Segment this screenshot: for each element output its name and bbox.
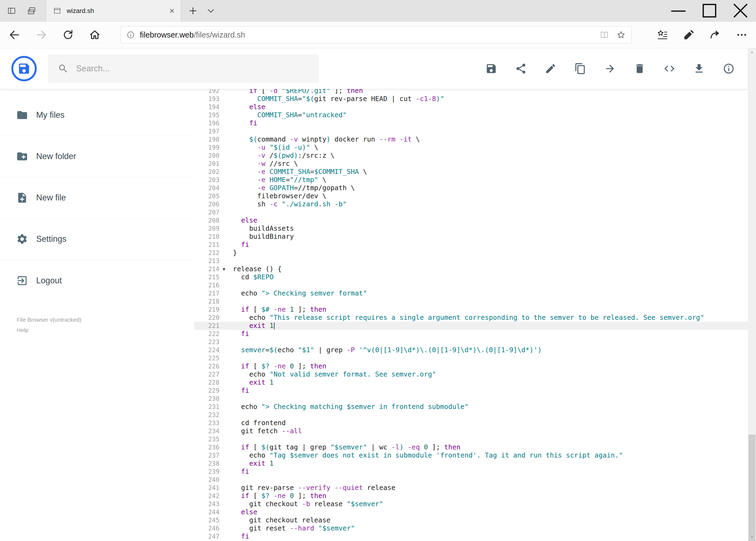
line-number[interactable]: 196	[194, 119, 219, 127]
info-button[interactable]	[723, 63, 735, 75]
forward-button[interactable]	[35, 29, 47, 41]
code-text[interactable]: else	[233, 216, 748, 225]
code-text[interactable]: if [ $? -ne 0 ]; then	[233, 492, 748, 500]
line-number[interactable]: 244	[194, 508, 219, 516]
code-line-238[interactable]: 238 exit 1	[194, 459, 748, 467]
line-number[interactable]: 230	[194, 395, 219, 403]
code-text[interactable]: -e GOPATH=//tmp/gopath \	[233, 184, 748, 192]
code-text[interactable]	[233, 281, 748, 289]
line-number[interactable]: 229	[194, 386, 219, 395]
code-line-202[interactable]: 202 -e COMMIT_SHA=$COMMIT_SHA \	[194, 168, 748, 176]
code-line-206[interactable]: 206 sh -c "./wizard.sh -b"	[194, 200, 748, 208]
hub-favorites-icon[interactable]	[656, 29, 668, 41]
code-text[interactable]: else	[233, 103, 748, 111]
code-text[interactable]: git checkout release	[233, 516, 748, 524]
line-number[interactable]: 227	[194, 370, 219, 378]
line-number[interactable]: 234	[194, 427, 219, 435]
code-text[interactable]: $(command -v winpty) docker run --rm -it…	[233, 135, 748, 144]
reading-view-icon[interactable]	[600, 30, 609, 40]
favorite-star-icon[interactable]	[616, 30, 626, 40]
code-text[interactable]	[233, 127, 748, 135]
code-line-197[interactable]: 197	[194, 127, 748, 135]
code-line-216[interactable]: 216	[194, 281, 748, 289]
code-line-233[interactable]: 233 cd frontend	[194, 419, 748, 427]
more-options-icon[interactable]	[736, 29, 748, 41]
code-text[interactable]: echo "> Checking semver format"	[233, 289, 748, 297]
code-line-215[interactable]: 215 cd $REPO	[194, 273, 748, 281]
code-line-200[interactable]: 200 -v /$(pwd):/src:z \	[194, 152, 748, 160]
line-number[interactable]: 198	[194, 135, 219, 144]
code-text[interactable]: exit 1	[233, 378, 748, 386]
code-text[interactable]: if [ -d "$REPO/.git" ]; then	[233, 89, 748, 95]
line-number[interactable]: 216	[194, 281, 219, 289]
sidebar-item-settings[interactable]: Settings	[0, 219, 194, 260]
code-text[interactable]: git fetch --all	[233, 427, 748, 435]
code-line-222[interactable]: 222 fi	[194, 330, 748, 338]
line-number[interactable]: 243	[194, 500, 219, 508]
code-line-246[interactable]: 246 git reset --hard "$semver"	[194, 524, 748, 532]
code-line-237[interactable]: 237 echo "Tag $semver does not exist in …	[194, 451, 748, 459]
code-line-239[interactable]: 239 fi	[194, 467, 748, 476]
code-text[interactable]	[233, 297, 748, 305]
web-note-pen-icon[interactable]	[683, 29, 695, 41]
line-number[interactable]: 203	[194, 176, 219, 184]
code-text[interactable]	[233, 354, 748, 362]
delete-button[interactable]	[634, 63, 645, 75]
code-line-240[interactable]: 240	[194, 476, 748, 484]
code-text[interactable]: echo "Not valid semver format. See semve…	[233, 370, 748, 378]
code-line-244[interactable]: 244 else	[194, 508, 748, 516]
line-number[interactable]: 246	[194, 524, 219, 532]
new-tab-button[interactable]	[188, 6, 198, 16]
code-text[interactable]: -e COMMIT_SHA=$COMMIT_SHA \	[233, 168, 748, 176]
code-line-196[interactable]: 196 fi	[194, 119, 748, 127]
code-line-245[interactable]: 245 git checkout release	[194, 516, 748, 524]
move-button[interactable]	[604, 63, 616, 75]
code-line-226[interactable]: 226 if [ $? -ne 0 ]; then	[194, 362, 748, 370]
line-number[interactable]: 219	[194, 305, 219, 313]
line-number[interactable]: 210	[194, 233, 219, 241]
tabs-set-aside-icon[interactable]	[27, 6, 36, 15]
code-line-217[interactable]: 217 echo "> Checking semver format"	[194, 289, 748, 297]
code-text[interactable]: fi	[233, 241, 748, 249]
code-line-241[interactable]: 241 git rev-parse --verify --quiet relea…	[194, 484, 748, 492]
line-number[interactable]: 228	[194, 378, 219, 386]
code-line-214[interactable]: 214▾release () {	[194, 265, 748, 273]
code-text[interactable]: exit 1	[233, 322, 748, 330]
share-icon[interactable]	[709, 29, 721, 41]
line-number[interactable]: 201	[194, 160, 219, 168]
share-button[interactable]	[515, 63, 527, 75]
search-box[interactable]	[48, 55, 319, 83]
code-text[interactable]: fi	[233, 386, 748, 395]
code-text[interactable]: -w //src \	[233, 160, 748, 168]
line-number[interactable]: 212	[194, 249, 219, 257]
sidebar-item-my-files[interactable]: My files	[0, 95, 194, 136]
line-number[interactable]: 231	[194, 403, 219, 411]
line-number[interactable]: 242	[194, 492, 219, 500]
minimize-button[interactable]	[663, 0, 694, 21]
scroll-down-arrow-icon[interactable]	[748, 533, 756, 541]
line-number[interactable]: 214	[194, 265, 219, 273]
code-text[interactable]: git reset --hard "$semver"	[233, 524, 748, 532]
line-number[interactable]: 211	[194, 241, 219, 249]
code-text[interactable]: semver=$(echo "$1" | grep -P '^v(0|[1-9]…	[233, 346, 748, 354]
line-number[interactable]: 200	[194, 152, 219, 160]
code-text[interactable]	[233, 435, 748, 443]
code-text[interactable]: echo "> Checking matching $semver in fro…	[233, 403, 748, 411]
code-text[interactable]	[233, 411, 748, 419]
code-line-203[interactable]: 203 -e HOME="//tmp" \	[194, 176, 748, 184]
line-number[interactable]: 217	[194, 289, 219, 297]
code-text[interactable]: cd frontend	[233, 419, 748, 427]
code-text[interactable]: sh -c "./wizard.sh -b"	[233, 200, 748, 208]
line-number[interactable]: 213	[194, 257, 219, 265]
filebrowser-logo[interactable]	[11, 56, 37, 81]
code-line-224[interactable]: 224 semver=$(echo "$1" | grep -P '^v(0|[…	[194, 346, 748, 354]
line-number[interactable]: 202	[194, 168, 219, 176]
code-text[interactable]: fi	[233, 119, 748, 127]
line-number[interactable]: 221	[194, 322, 219, 330]
code-line-194[interactable]: 194 else	[194, 103, 748, 111]
vertical-scrollbar[interactable]	[748, 48, 756, 541]
code-line-236[interactable]: 236 if [ $(git tag | grep "$semver" | wc…	[194, 443, 748, 451]
code-text[interactable]: buildAssets	[233, 225, 748, 233]
line-number[interactable]: 222	[194, 330, 219, 338]
code-line-193[interactable]: 193 COMMIT_SHA="$(git rev-parse HEAD | c…	[194, 95, 748, 103]
